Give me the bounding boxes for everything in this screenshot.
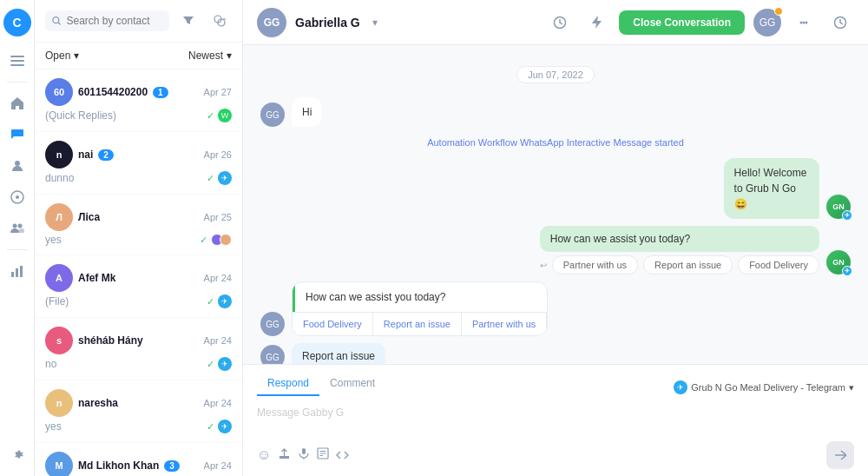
chat-footer: Respond Comment ✈ Grub N Go Meal Deliver… bbox=[243, 364, 868, 476]
reply-icon-out: ↩ bbox=[540, 261, 547, 270]
avatar-mini-2 bbox=[220, 234, 232, 246]
conv-item-5[interactable]: n naresha Apr 24 yes ✓ ✈ bbox=[35, 380, 242, 443]
tab-comment[interactable]: Comment bbox=[319, 372, 385, 396]
code-icon[interactable] bbox=[336, 447, 349, 463]
avatar: M bbox=[45, 452, 73, 476]
filter-open[interactable]: Open ▾ bbox=[45, 50, 79, 62]
channel-name: Grub N Go Meal Delivery - Telegram bbox=[691, 382, 845, 393]
oi-btn-food[interactable]: Food Delivery bbox=[738, 255, 819, 274]
conv-name: shéháb Hány bbox=[78, 334, 143, 347]
input-placeholder: Message Gabby G bbox=[257, 407, 344, 419]
conv-item-2[interactable]: Л Ліса Apr 25 yes ✓ bbox=[35, 195, 242, 255]
contact-msg-avatar-3: GG bbox=[260, 345, 285, 364]
whatsapp-icon: W bbox=[218, 109, 232, 122]
conv-date: Apr 24 bbox=[204, 335, 232, 346]
clock-icon[interactable] bbox=[546, 9, 574, 36]
nav-reports[interactable] bbox=[3, 183, 31, 211]
chevron-down-icon-3[interactable]: ▾ bbox=[372, 17, 378, 29]
chat-header: GG Gabriella G ▾ Close Conversation GG bbox=[243, 0, 868, 45]
send-button[interactable] bbox=[826, 441, 854, 469]
agent-avatar-header: GG bbox=[753, 9, 781, 36]
emoji-icon[interactable]: ☺ bbox=[257, 447, 271, 463]
date-separator: Jun 07, 2022 bbox=[260, 66, 851, 83]
contact-msg-avatar-2: GG bbox=[260, 312, 285, 336]
conv-icons: ✓ ✈ bbox=[207, 294, 232, 308]
svg-point-3 bbox=[15, 161, 20, 166]
audio-icon[interactable] bbox=[298, 447, 310, 463]
conv-preview: (File) bbox=[45, 295, 69, 307]
search-input[interactable] bbox=[66, 15, 162, 27]
messages-area: Jun 07, 2022 GG Hi Automation Workflow W… bbox=[243, 45, 868, 364]
filter-icon bbox=[182, 15, 194, 27]
upload-icon[interactable] bbox=[278, 447, 291, 464]
conversations-list: 60 601154420200 1 Apr 27 (Quick Replies)… bbox=[35, 69, 242, 476]
conv-preview: dunno bbox=[45, 172, 74, 184]
avatar: Л bbox=[45, 203, 73, 231]
telegram-icon: ✈ bbox=[218, 294, 232, 308]
notification-badge bbox=[774, 7, 783, 16]
app-logo[interactable]: C bbox=[3, 9, 31, 36]
nav-home[interactable] bbox=[3, 89, 31, 117]
conversations-panel: Open ▾ Newest ▾ 60 601154420200 1 Apr 27… bbox=[35, 0, 243, 476]
filter-button[interactable] bbox=[176, 9, 201, 33]
svg-point-5 bbox=[16, 195, 19, 199]
conv-item-3[interactable]: A Afef Mk Apr 24 (File) ✓ ✈ bbox=[35, 255, 242, 318]
sidebar-nav: C bbox=[0, 0, 35, 476]
sidebar-toggle-icon[interactable] bbox=[826, 9, 854, 36]
contact-msg-avatar: GG bbox=[260, 102, 285, 127]
conv-preview: no bbox=[45, 358, 56, 370]
tick-icon: ✓ bbox=[207, 110, 214, 122]
nav-divider-1 bbox=[7, 82, 28, 83]
notes-icon[interactable] bbox=[317, 447, 329, 463]
ib-text-assist: How can we assist you today? bbox=[293, 282, 547, 312]
telegram-icon: ✈ bbox=[218, 171, 232, 185]
svg-point-11 bbox=[53, 17, 59, 23]
conv-item-0[interactable]: 60 601154420200 1 Apr 27 (Quick Replies)… bbox=[35, 69, 242, 132]
conv-badge: 3 bbox=[164, 460, 180, 472]
nav-menu[interactable] bbox=[3, 47, 31, 75]
conv-date: Apr 27 bbox=[204, 87, 232, 97]
conversations-header bbox=[35, 0, 242, 43]
lightning-icon[interactable] bbox=[582, 9, 610, 36]
channel-select[interactable]: ✈ Grub N Go Meal Delivery - Telegram ▾ bbox=[674, 380, 854, 394]
conv-item-1[interactable]: n nai 2 Apr 26 dunno ✓ ✈ bbox=[35, 132, 242, 195]
compose-button[interactable] bbox=[207, 9, 232, 33]
conv-item-6[interactable]: M Md Likhon Khan 3 Apr 24 Group link ✓ ✈ bbox=[35, 443, 242, 476]
conv-date: Apr 24 bbox=[204, 460, 232, 471]
close-conversation-button[interactable]: Close Conversation bbox=[619, 10, 745, 35]
msg-row-assist-outgoing: How can we assist you today? ↩ Partner w… bbox=[260, 226, 851, 274]
oi-btn-partner[interactable]: Partner with us bbox=[552, 255, 638, 274]
nav-charts[interactable] bbox=[3, 257, 31, 285]
conv-preview: (Quick Replies) bbox=[45, 109, 116, 122]
conv-icons: ✓ bbox=[200, 234, 232, 246]
svg-rect-0 bbox=[10, 56, 24, 57]
ib-btn-partner-with[interactable]: Partner with us bbox=[462, 312, 547, 335]
tab-respond[interactable]: Respond bbox=[257, 372, 319, 396]
avatar: s bbox=[45, 327, 73, 354]
conv-icons: ✓ ✈ bbox=[207, 420, 232, 433]
tick-icon: ✓ bbox=[207, 296, 214, 307]
message-input[interactable]: Message Gabby G bbox=[257, 403, 854, 434]
nav-contacts[interactable] bbox=[3, 152, 31, 180]
search-box[interactable] bbox=[45, 10, 169, 31]
agent-circle-2: GN ✈ bbox=[826, 250, 851, 274]
nav-conversations[interactable] bbox=[3, 121, 31, 149]
ib-btn-food-del[interactable]: Food Delivery bbox=[293, 312, 373, 335]
conv-item-4[interactable]: s shéháb Hány Apr 24 no ✓ ✈ bbox=[35, 318, 242, 380]
contact-avatar: GG bbox=[257, 8, 286, 37]
ib-btn-report-issue[interactable]: Report an issue bbox=[373, 312, 462, 335]
nav-settings[interactable] bbox=[3, 440, 31, 467]
svg-rect-1 bbox=[10, 60, 24, 62]
tick-icon: ✓ bbox=[200, 235, 207, 246]
conv-icons: ✓ ✈ bbox=[207, 171, 232, 185]
oi-btn-report[interactable]: Report an issue bbox=[643, 255, 733, 274]
expand-icon[interactable] bbox=[790, 9, 818, 36]
filter-newest[interactable]: Newest ▾ bbox=[188, 50, 232, 62]
nav-teams[interactable] bbox=[3, 215, 31, 242]
date-badge: Jun 07, 2022 bbox=[516, 66, 595, 83]
conv-badge: 2 bbox=[98, 149, 114, 161]
msg-row-hi: GG Hi bbox=[260, 97, 851, 127]
tg-badge: ✈ bbox=[842, 210, 852, 221]
conv-date: Apr 24 bbox=[204, 398, 232, 408]
channel-telegram-icon: ✈ bbox=[674, 380, 687, 394]
